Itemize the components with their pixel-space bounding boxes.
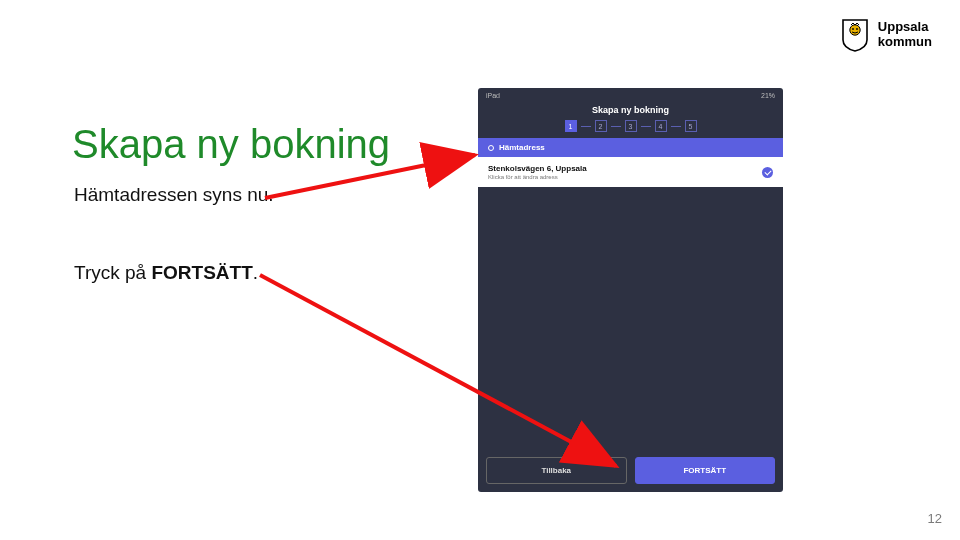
address-sub: Klicka för att ändra adress	[488, 174, 587, 180]
phone-mockup: iPad 21% Skapa ny bokning 1 2 3 4 5 Hämt…	[478, 88, 783, 492]
status-bar: iPad 21%	[478, 88, 783, 102]
slide-body-line-1: Hämtadressen syns nu.	[74, 184, 274, 206]
continue-button[interactable]: FORTSÄTT	[635, 457, 776, 484]
page-number: 12	[928, 511, 942, 526]
address-card[interactable]: Stenkolsvägen 6, Uppsala Klicka för att …	[478, 157, 783, 187]
app-title: Skapa ny bokning	[478, 102, 783, 120]
brand-logo: Uppsala kommun	[840, 18, 932, 52]
back-button[interactable]: Tillbaka	[486, 457, 627, 484]
step-4: 4	[655, 120, 667, 132]
status-left: iPad	[486, 92, 500, 99]
slide-title: Skapa ny bokning	[72, 122, 390, 167]
check-icon	[762, 167, 773, 178]
progress-stepper: 1 2 3 4 5	[478, 120, 783, 138]
section-label: Hämtadress	[499, 143, 545, 152]
pin-icon	[488, 145, 494, 151]
section-header-pickup: Hämtadress	[478, 138, 783, 157]
shield-icon	[840, 18, 870, 52]
status-right: 21%	[761, 92, 775, 99]
svg-point-2	[856, 28, 858, 30]
slide-body-line-2: Tryck på FORTSÄTT.	[74, 262, 258, 284]
address-main: Stenkolsvägen 6, Uppsala	[488, 164, 587, 173]
step-1: 1	[565, 120, 577, 132]
brand-text: Uppsala kommun	[878, 20, 932, 50]
bottom-bar: Tillbaka FORTSÄTT	[478, 449, 783, 492]
svg-point-0	[850, 25, 860, 35]
step-2: 2	[595, 120, 607, 132]
step-5: 5	[685, 120, 697, 132]
svg-point-1	[852, 28, 854, 30]
step-3: 3	[625, 120, 637, 132]
